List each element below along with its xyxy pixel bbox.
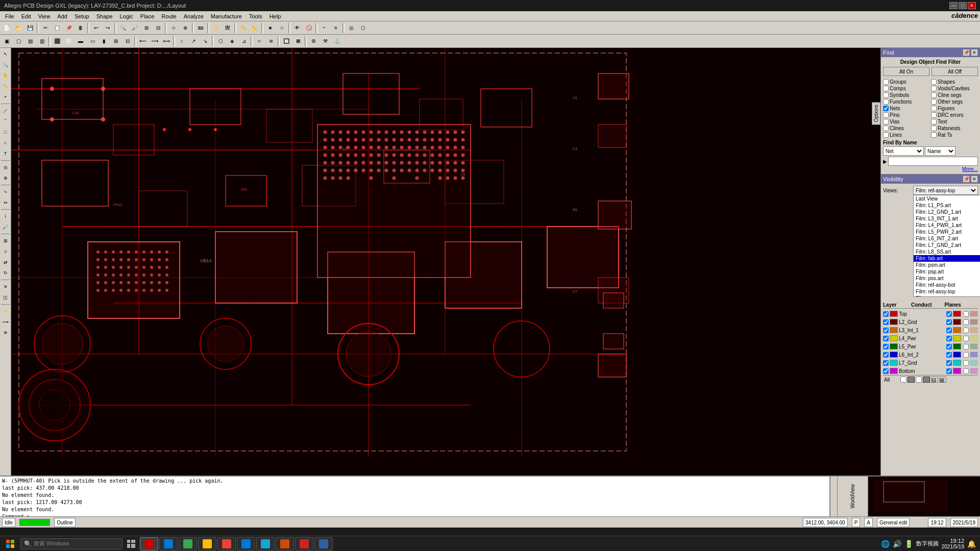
find-panel-pin[interactable]: 📌: [963, 49, 970, 56]
left-btn-copy[interactable]: ◫: [1, 292, 11, 303]
tb2-btn21[interactable]: ≈: [254, 36, 265, 47]
worldview-minimap[interactable]: [868, 477, 980, 516]
tb2-btn14[interactable]: ⟺: [161, 36, 172, 47]
tb2-btn6[interactable]: ⬜: [63, 36, 75, 47]
tb2-btn7[interactable]: ▬: [75, 36, 86, 47]
layer-l4pwr-planes-check[interactable]: [963, 336, 969, 341]
find-text-input[interactable]: [888, 157, 978, 166]
options-tab[interactable]: Options: [872, 102, 880, 124]
left-btn-delete[interactable]: ✕: [1, 282, 11, 292]
layer-l3int-planes-check[interactable]: [963, 328, 969, 333]
menu-edit[interactable]: Edit: [18, 11, 34, 21]
zoom-out-button[interactable]: 🔎: [129, 22, 140, 34]
layer-bottom-conduct-check[interactable]: [946, 368, 952, 374]
layer-top-check[interactable]: [883, 311, 889, 317]
layer-top-planes-check[interactable]: [963, 311, 969, 317]
tb2-btn20[interactable]: ⊿: [238, 36, 250, 47]
layer-l4pwr-conduct-check[interactable]: [946, 336, 952, 341]
vis-all-check[interactable]: [900, 377, 906, 383]
tb2-btn27[interactable]: ⚓: [331, 36, 342, 47]
dropdown-item-reftop[interactable]: Film: ref-assy-top: [914, 288, 980, 295]
left-btn-prop[interactable]: i: [1, 211, 11, 221]
zoom-in-button[interactable]: 🔍: [117, 22, 129, 34]
grid-button[interactable]: ⊹: [168, 22, 179, 34]
tb2-btn8[interactable]: ▭: [87, 36, 98, 47]
layer-l4pwr-check[interactable]: [883, 336, 889, 341]
save-button[interactable]: 💾: [24, 22, 36, 34]
menu-tools[interactable]: Tools: [246, 11, 265, 21]
left-btn-pan[interactable]: ✋: [1, 70, 11, 81]
layer-l5pwr-planes-check[interactable]: [963, 344, 969, 349]
menu-route[interactable]: Route: [158, 11, 179, 21]
tb2-btn1[interactable]: ▣: [1, 36, 12, 47]
menu-file[interactable]: File: [2, 11, 17, 21]
check-voids-input[interactable]: [931, 86, 937, 91]
dropdown-item-lastview[interactable]: Last View: [914, 195, 980, 202]
tb2-btn12[interactable]: ⟵: [137, 36, 149, 47]
left-btn-circle[interactable]: ○: [1, 138, 11, 148]
tb2-btn26[interactable]: ⚒: [320, 36, 331, 47]
all-off-button[interactable]: All Off: [932, 67, 978, 76]
tb2-btn13[interactable]: ⟶: [149, 36, 160, 47]
menu-shape[interactable]: Shape: [93, 11, 116, 21]
find-more-link[interactable]: More...: [962, 166, 978, 172]
left-btn-text[interactable]: T: [1, 148, 11, 159]
tb2-btn5[interactable]: ⬛: [52, 36, 63, 47]
tb2-btn11[interactable]: ⊟: [122, 36, 133, 47]
dropdown-item-l5pwr[interactable]: Film: L5_PWR_2.art: [914, 229, 980, 235]
check-drc-errors-input[interactable]: [931, 112, 937, 118]
tb2-btn10[interactable]: ⊞: [110, 36, 121, 47]
layer-l2gnd-conduct-check[interactable]: [946, 319, 952, 325]
dropdown-item-l6int[interactable]: Film: L6_INT_2.art: [914, 235, 980, 242]
taskbar-app-6[interactable]: [237, 537, 255, 550]
hide-ele-button[interactable]: 🚫: [303, 22, 314, 34]
paste-button[interactable]: 📌: [63, 22, 75, 34]
check-rat-ts-input[interactable]: [931, 132, 937, 138]
left-btn-rotate[interactable]: ↻: [1, 268, 11, 278]
copy-button[interactable]: 📋: [52, 22, 63, 34]
snap-button[interactable]: ⊕: [180, 22, 191, 34]
start-button[interactable]: [2, 537, 18, 551]
show-ele-button[interactable]: 👁: [291, 22, 303, 34]
vis-all-btn1[interactable]: ⊟: [931, 377, 938, 383]
close-button[interactable]: ✕: [968, 2, 976, 9]
find-name-dropdown[interactable]: Name: [925, 146, 955, 156]
rats-button[interactable]: 🕸: [222, 22, 233, 34]
find-panel-controls[interactable]: 📌 ✕: [963, 49, 978, 56]
views-dropdown-list[interactable]: Last View Film: L1_PS.art Film: L2_GND_1…: [913, 195, 980, 297]
measure-button[interactable]: 📐: [249, 22, 260, 34]
pad-button[interactable]: ⬡: [357, 22, 369, 34]
vis-panel-controls[interactable]: 📌 ✕: [963, 176, 978, 183]
left-btn-zoom[interactable]: 🔍: [1, 60, 11, 70]
tb2-btn3[interactable]: ▤: [24, 36, 36, 47]
menu-manufacture[interactable]: Manufacture: [208, 11, 245, 21]
battery-icon[interactable]: 🔋: [904, 540, 913, 548]
vis-panel-pin[interactable]: 📌: [963, 176, 970, 183]
layer-l7gnd-check[interactable]: [883, 360, 889, 366]
undo-button[interactable]: ↩: [90, 22, 102, 34]
check-other-segs-input[interactable]: [931, 99, 937, 105]
layer-l5pwr-conduct-check[interactable]: [946, 344, 952, 349]
layer-l7gnd-planes-check[interactable]: [963, 360, 969, 366]
vis-views-dropdown[interactable]: Film: ref-assy-top: [913, 186, 978, 195]
taskbar-search[interactable]: 🔍 搜索 Windows: [20, 538, 122, 549]
check-pins-input[interactable]: [883, 112, 889, 118]
vis-all-btn2[interactable]: ⊞: [939, 377, 946, 383]
menu-view[interactable]: View: [35, 11, 54, 21]
3d-view-button[interactable]: 3D: [195, 22, 206, 34]
taskbar-app-3[interactable]: [179, 537, 197, 550]
all-on-button[interactable]: All On: [883, 67, 929, 76]
check-lines-input[interactable]: [883, 132, 889, 138]
find-panel-close[interactable]: ✕: [971, 49, 978, 56]
bus-button[interactable]: ≡: [330, 22, 341, 34]
cut-button[interactable]: ✂: [40, 22, 51, 34]
check-comps-input[interactable]: [883, 86, 889, 91]
zoom-window-button[interactable]: ⊟: [153, 22, 164, 34]
dropdown-item-psm[interactable]: Film: psm.art: [914, 262, 980, 268]
layer-l2gnd-check[interactable]: [883, 319, 889, 325]
dropdown-item-refbot[interactable]: Film: ref-assy-bot: [914, 282, 980, 288]
check-symbols-input[interactable]: [883, 92, 889, 98]
tb2-btn25[interactable]: ⚙: [308, 36, 319, 47]
console-scrollbar[interactable]: [830, 477, 837, 516]
dropdown-item-pss[interactable]: Film: pss.art: [914, 275, 980, 282]
